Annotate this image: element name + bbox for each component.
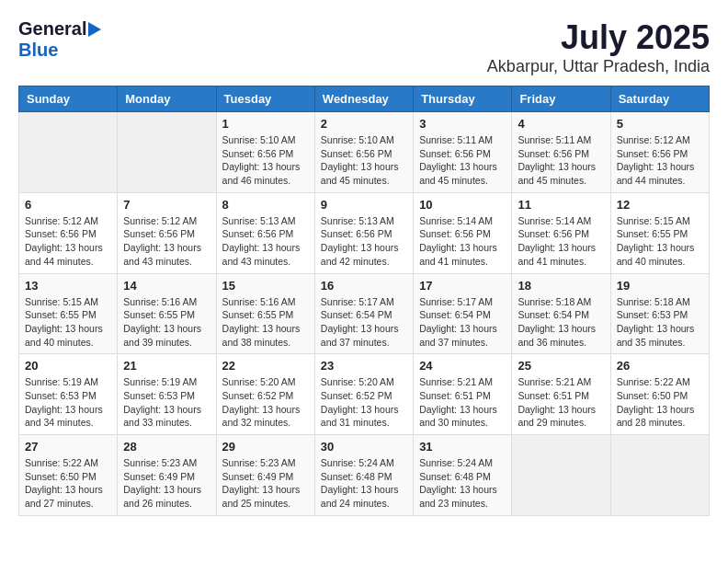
day-info: Sunrise: 5:24 AMSunset: 6:48 PMDaylight:… xyxy=(419,456,506,511)
calendar-cell: 20Sunrise: 5:19 AMSunset: 6:53 PMDayligh… xyxy=(19,354,118,435)
day-info: Sunrise: 5:20 AMSunset: 6:52 PMDaylight:… xyxy=(321,375,407,430)
calendar-cell: 14Sunrise: 5:16 AMSunset: 6:55 PMDayligh… xyxy=(118,273,216,354)
calendar-cell: 28Sunrise: 5:23 AMSunset: 6:49 PMDayligh… xyxy=(118,435,216,516)
calendar-cell: 8Sunrise: 5:13 AMSunset: 6:56 PMDaylight… xyxy=(216,192,314,273)
page-header: General Blue July 2025 Akbarpur, Uttar P… xyxy=(18,18,710,76)
day-info: Sunrise: 5:23 AMSunset: 6:49 PMDaylight:… xyxy=(123,456,210,511)
day-number: 21 xyxy=(123,359,210,373)
calendar-week-row: 13Sunrise: 5:15 AMSunset: 6:55 PMDayligh… xyxy=(19,273,710,354)
title-block: July 2025 Akbarpur, Uttar Pradesh, India xyxy=(487,18,710,76)
day-info: Sunrise: 5:21 AMSunset: 6:51 PMDaylight:… xyxy=(419,375,506,430)
day-info: Sunrise: 5:14 AMSunset: 6:56 PMDaylight:… xyxy=(518,214,604,269)
day-info: Sunrise: 5:10 AMSunset: 6:56 PMDaylight:… xyxy=(321,133,407,188)
calendar-title: July 2025 xyxy=(487,18,710,57)
calendar-cell: 30Sunrise: 5:24 AMSunset: 6:48 PMDayligh… xyxy=(314,435,413,516)
day-number: 6 xyxy=(25,198,111,212)
day-info: Sunrise: 5:17 AMSunset: 6:54 PMDaylight:… xyxy=(321,295,407,350)
day-number: 10 xyxy=(419,198,506,212)
day-info: Sunrise: 5:22 AMSunset: 6:50 PMDaylight:… xyxy=(25,456,111,511)
day-number: 30 xyxy=(321,440,407,454)
day-number: 23 xyxy=(321,359,407,373)
day-number: 13 xyxy=(25,279,111,293)
day-info: Sunrise: 5:14 AMSunset: 6:56 PMDaylight:… xyxy=(419,214,506,269)
day-number: 15 xyxy=(222,279,309,293)
day-info: Sunrise: 5:17 AMSunset: 6:54 PMDaylight:… xyxy=(419,295,506,350)
calendar-cell: 31Sunrise: 5:24 AMSunset: 6:48 PMDayligh… xyxy=(414,435,512,516)
day-info: Sunrise: 5:24 AMSunset: 6:48 PMDaylight:… xyxy=(321,456,407,511)
day-number: 17 xyxy=(419,279,506,293)
day-number: 22 xyxy=(222,359,309,373)
day-info: Sunrise: 5:15 AMSunset: 6:55 PMDaylight:… xyxy=(617,214,703,269)
calendar-table: SundayMondayTuesdayWednesdayThursdayFrid… xyxy=(18,86,710,516)
day-info: Sunrise: 5:15 AMSunset: 6:55 PMDaylight:… xyxy=(25,295,111,350)
day-number: 16 xyxy=(321,279,407,293)
calendar-cell: 11Sunrise: 5:14 AMSunset: 6:56 PMDayligh… xyxy=(512,192,610,273)
calendar-cell: 23Sunrise: 5:20 AMSunset: 6:52 PMDayligh… xyxy=(314,354,413,435)
day-number: 28 xyxy=(123,440,210,454)
calendar-cell: 22Sunrise: 5:20 AMSunset: 6:52 PMDayligh… xyxy=(216,354,314,435)
calendar-cell: 21Sunrise: 5:19 AMSunset: 6:53 PMDayligh… xyxy=(118,354,216,435)
day-info: Sunrise: 5:12 AMSunset: 6:56 PMDaylight:… xyxy=(123,214,210,269)
day-number: 31 xyxy=(419,440,506,454)
day-info: Sunrise: 5:12 AMSunset: 6:56 PMDaylight:… xyxy=(25,214,111,269)
calendar-cell: 5Sunrise: 5:12 AMSunset: 6:56 PMDaylight… xyxy=(610,112,709,193)
calendar-header-tuesday: Tuesday xyxy=(216,86,314,112)
day-number: 26 xyxy=(617,359,703,373)
calendar-cell: 2Sunrise: 5:10 AMSunset: 6:56 PMDaylight… xyxy=(314,112,413,193)
day-number: 19 xyxy=(617,279,703,293)
calendar-cell: 16Sunrise: 5:17 AMSunset: 6:54 PMDayligh… xyxy=(314,273,413,354)
day-info: Sunrise: 5:11 AMSunset: 6:56 PMDaylight:… xyxy=(518,133,604,188)
calendar-cell: 7Sunrise: 5:12 AMSunset: 6:56 PMDaylight… xyxy=(118,192,216,273)
day-number: 11 xyxy=(518,198,604,212)
calendar-cell: 18Sunrise: 5:18 AMSunset: 6:54 PMDayligh… xyxy=(512,273,610,354)
logo-arrow-icon xyxy=(88,22,101,37)
calendar-cell: 9Sunrise: 5:13 AMSunset: 6:56 PMDaylight… xyxy=(314,192,413,273)
day-number: 2 xyxy=(321,117,407,131)
day-number: 9 xyxy=(321,198,407,212)
day-info: Sunrise: 5:18 AMSunset: 6:54 PMDaylight:… xyxy=(518,295,604,350)
day-number: 14 xyxy=(123,279,210,293)
day-number: 25 xyxy=(518,359,604,373)
calendar-cell: 19Sunrise: 5:18 AMSunset: 6:53 PMDayligh… xyxy=(610,273,709,354)
calendar-subtitle: Akbarpur, Uttar Pradesh, India xyxy=(487,57,710,76)
calendar-cell xyxy=(118,112,216,193)
calendar-cell: 17Sunrise: 5:17 AMSunset: 6:54 PMDayligh… xyxy=(414,273,512,354)
logo: General Blue xyxy=(18,18,101,61)
calendar-header-row: SundayMondayTuesdayWednesdayThursdayFrid… xyxy=(19,86,710,112)
calendar-cell: 4Sunrise: 5:11 AMSunset: 6:56 PMDaylight… xyxy=(512,112,610,193)
day-info: Sunrise: 5:10 AMSunset: 6:56 PMDaylight:… xyxy=(222,133,309,188)
day-info: Sunrise: 5:13 AMSunset: 6:56 PMDaylight:… xyxy=(321,214,407,269)
calendar-cell xyxy=(19,112,118,193)
logo-blue: Blue xyxy=(18,40,58,60)
calendar-week-row: 6Sunrise: 5:12 AMSunset: 6:56 PMDaylight… xyxy=(19,192,710,273)
calendar-cell: 3Sunrise: 5:11 AMSunset: 6:56 PMDaylight… xyxy=(414,112,512,193)
calendar-cell: 29Sunrise: 5:23 AMSunset: 6:49 PMDayligh… xyxy=(216,435,314,516)
day-number: 18 xyxy=(518,279,604,293)
day-number: 12 xyxy=(617,198,703,212)
day-number: 29 xyxy=(222,440,309,454)
day-info: Sunrise: 5:12 AMSunset: 6:56 PMDaylight:… xyxy=(617,133,703,188)
calendar-header-thursday: Thursday xyxy=(414,86,512,112)
day-info: Sunrise: 5:19 AMSunset: 6:53 PMDaylight:… xyxy=(25,375,111,430)
calendar-cell: 24Sunrise: 5:21 AMSunset: 6:51 PMDayligh… xyxy=(414,354,512,435)
calendar-cell: 27Sunrise: 5:22 AMSunset: 6:50 PMDayligh… xyxy=(19,435,118,516)
calendar-cell: 13Sunrise: 5:15 AMSunset: 6:55 PMDayligh… xyxy=(19,273,118,354)
calendar-cell: 1Sunrise: 5:10 AMSunset: 6:56 PMDaylight… xyxy=(216,112,314,193)
calendar-cell: 6Sunrise: 5:12 AMSunset: 6:56 PMDaylight… xyxy=(19,192,118,273)
day-info: Sunrise: 5:23 AMSunset: 6:49 PMDaylight:… xyxy=(222,456,309,511)
calendar-header-sunday: Sunday xyxy=(19,86,118,112)
calendar-cell: 10Sunrise: 5:14 AMSunset: 6:56 PMDayligh… xyxy=(414,192,512,273)
day-info: Sunrise: 5:16 AMSunset: 6:55 PMDaylight:… xyxy=(123,295,210,350)
calendar-cell: 25Sunrise: 5:21 AMSunset: 6:51 PMDayligh… xyxy=(512,354,610,435)
calendar-cell xyxy=(610,435,709,516)
calendar-week-row: 1Sunrise: 5:10 AMSunset: 6:56 PMDaylight… xyxy=(19,112,710,193)
day-info: Sunrise: 5:18 AMSunset: 6:53 PMDaylight:… xyxy=(617,295,703,350)
calendar-cell: 15Sunrise: 5:16 AMSunset: 6:55 PMDayligh… xyxy=(216,273,314,354)
calendar-header-wednesday: Wednesday xyxy=(314,86,413,112)
day-number: 5 xyxy=(617,117,703,131)
calendar-cell: 12Sunrise: 5:15 AMSunset: 6:55 PMDayligh… xyxy=(610,192,709,273)
day-number: 3 xyxy=(419,117,506,131)
day-number: 24 xyxy=(419,359,506,373)
day-info: Sunrise: 5:13 AMSunset: 6:56 PMDaylight:… xyxy=(222,214,309,269)
day-info: Sunrise: 5:22 AMSunset: 6:50 PMDaylight:… xyxy=(617,375,703,430)
